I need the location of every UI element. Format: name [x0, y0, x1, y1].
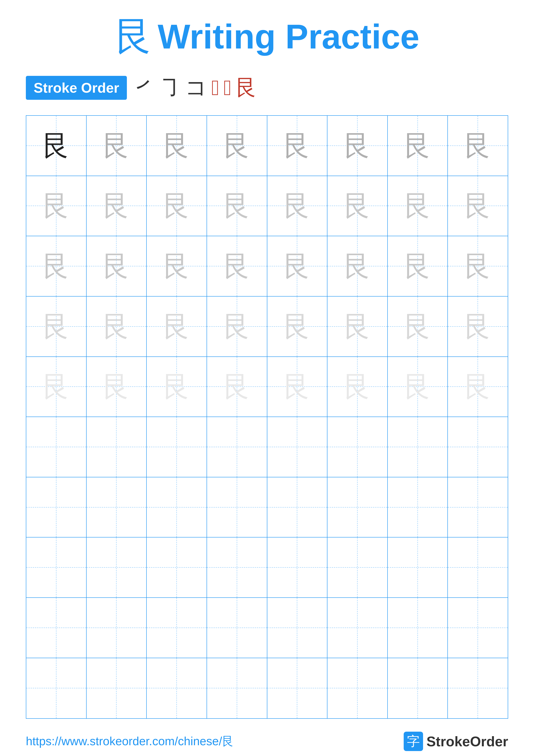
grid-cell-9-1[interactable] [26, 598, 87, 658]
grid-cell-1-6[interactable]: 艮 [327, 116, 388, 176]
grid-cell-2-5[interactable]: 艮 [267, 176, 328, 236]
grid-cell-8-7[interactable] [388, 537, 448, 598]
grid-cell-6-8[interactable] [448, 417, 508, 477]
grid-cell-7-7[interactable] [388, 477, 448, 538]
grid-cell-1-4[interactable]: 艮 [207, 116, 267, 176]
grid-cell-3-3[interactable]: 艮 [147, 236, 207, 297]
grid-cell-6-1[interactable] [26, 417, 87, 477]
practice-char: 艮 [464, 132, 492, 160]
grid-row-8 [26, 537, 508, 598]
grid-row-9 [26, 598, 508, 658]
grid-cell-9-5[interactable] [267, 598, 328, 658]
practice-char: 艮 [404, 252, 432, 280]
grid-cell-10-5[interactable] [267, 658, 328, 718]
grid-cell-5-4[interactable]: 艮 [207, 357, 267, 417]
grid-cell-10-6[interactable] [327, 658, 388, 718]
grid-cell-10-3[interactable] [147, 658, 207, 718]
grid-cell-5-1[interactable]: 艮 [26, 357, 87, 417]
grid-cell-2-1[interactable]: 艮 [26, 176, 87, 236]
grid-cell-1-7[interactable]: 艮 [388, 116, 448, 176]
page-title: Writing Practice [158, 19, 420, 54]
grid-cell-6-7[interactable] [388, 417, 448, 477]
grid-cell-9-3[interactable] [147, 598, 207, 658]
grid-cell-5-2[interactable]: 艮 [87, 357, 147, 417]
grid-cell-6-2[interactable] [87, 417, 147, 477]
grid-cell-3-4[interactable]: 艮 [207, 236, 267, 297]
grid-cell-2-8[interactable]: 艮 [448, 176, 508, 236]
grid-cell-9-7[interactable] [388, 598, 448, 658]
grid-cell-8-6[interactable] [327, 537, 388, 598]
grid-cell-5-8[interactable]: 艮 [448, 357, 508, 417]
grid-cell-6-5[interactable] [267, 417, 328, 477]
grid-cell-5-6[interactable]: 艮 [327, 357, 388, 417]
grid-cell-1-1[interactable]: 艮 [26, 116, 87, 176]
practice-char: 艮 [404, 132, 432, 160]
grid-cell-10-2[interactable] [87, 658, 147, 718]
grid-cell-4-5[interactable]: 艮 [267, 297, 328, 357]
grid-cell-1-8[interactable]: 艮 [448, 116, 508, 176]
grid-cell-3-1[interactable]: 艮 [26, 236, 87, 297]
grid-cell-4-6[interactable]: 艮 [327, 297, 388, 357]
grid-cell-10-1[interactable] [26, 658, 87, 718]
grid-cell-7-2[interactable] [87, 477, 147, 538]
grid-cell-8-4[interactable] [207, 537, 267, 598]
grid-cell-4-1[interactable]: 艮 [26, 297, 87, 357]
grid-cell-4-8[interactable]: 艮 [448, 297, 508, 357]
stroke-order-badge: Stroke Order [26, 76, 127, 100]
grid-cell-5-3[interactable]: 艮 [147, 357, 207, 417]
title-character: 艮 [114, 17, 153, 56]
grid-cell-8-5[interactable] [267, 537, 328, 598]
practice-char: 艮 [343, 252, 371, 280]
practice-char: 艮 [464, 312, 492, 340]
grid-cell-8-2[interactable] [87, 537, 147, 598]
grid-cell-4-4[interactable]: 艮 [207, 297, 267, 357]
grid-cell-4-3[interactable]: 艮 [147, 297, 207, 357]
practice-char: 艮 [163, 252, 191, 280]
grid-row-4: 艮 艮 艮 艮 艮 艮 艮 艮 [26, 297, 508, 357]
grid-cell-2-2[interactable]: 艮 [87, 176, 147, 236]
grid-cell-10-4[interactable] [207, 658, 267, 718]
grid-cell-3-8[interactable]: 艮 [448, 236, 508, 297]
grid-cell-7-3[interactable] [147, 477, 207, 538]
grid-cell-10-8[interactable] [448, 658, 508, 718]
grid-cell-3-7[interactable]: 艮 [388, 236, 448, 297]
grid-cell-9-4[interactable] [207, 598, 267, 658]
grid-cell-4-7[interactable]: 艮 [388, 297, 448, 357]
practice-char: 艮 [102, 132, 130, 160]
grid-cell-9-8[interactable] [448, 598, 508, 658]
grid-cell-9-6[interactable] [327, 598, 388, 658]
grid-cell-7-6[interactable] [327, 477, 388, 538]
grid-row-1: 艮 艮 艮 艮 艮 艮 艮 艮 [26, 116, 508, 176]
grid-cell-3-5[interactable]: 艮 [267, 236, 328, 297]
grid-cell-9-2[interactable] [87, 598, 147, 658]
grid-cell-8-8[interactable] [448, 537, 508, 598]
grid-cell-4-2[interactable]: 艮 [87, 297, 147, 357]
grid-cell-8-3[interactable] [147, 537, 207, 598]
grid-cell-3-6[interactable]: 艮 [327, 236, 388, 297]
grid-cell-1-2[interactable]: 艮 [87, 116, 147, 176]
grid-cell-10-7[interactable] [388, 658, 448, 718]
grid-cell-2-7[interactable]: 艮 [388, 176, 448, 236]
grid-cell-8-1[interactable] [26, 537, 87, 598]
practice-char: 艮 [404, 373, 432, 401]
grid-cell-7-5[interactable] [267, 477, 328, 538]
grid-cell-2-6[interactable]: 艮 [327, 176, 388, 236]
grid-cell-6-3[interactable] [147, 417, 207, 477]
practice-char: 艮 [223, 312, 251, 340]
grid-cell-2-4[interactable]: 艮 [207, 176, 267, 236]
grid-cell-6-6[interactable] [327, 417, 388, 477]
grid-cell-7-1[interactable] [26, 477, 87, 538]
practice-char: 艮 [102, 373, 130, 401]
grid-cell-1-3[interactable]: 艮 [147, 116, 207, 176]
grid-cell-7-4[interactable] [207, 477, 267, 538]
practice-char: 艮 [283, 373, 311, 401]
grid-cell-1-5[interactable]: 艮 [267, 116, 328, 176]
grid-cell-6-4[interactable] [207, 417, 267, 477]
grid-cell-3-2[interactable]: 艮 [87, 236, 147, 297]
grid-cell-5-5[interactable]: 艮 [267, 357, 328, 417]
footer-url[interactable]: https://www.strokeorder.com/chinese/艮 [26, 733, 234, 749]
grid-cell-7-8[interactable] [448, 477, 508, 538]
grid-cell-2-3[interactable]: 艮 [147, 176, 207, 236]
grid-row-10 [26, 658, 508, 718]
grid-cell-5-7[interactable]: 艮 [388, 357, 448, 417]
